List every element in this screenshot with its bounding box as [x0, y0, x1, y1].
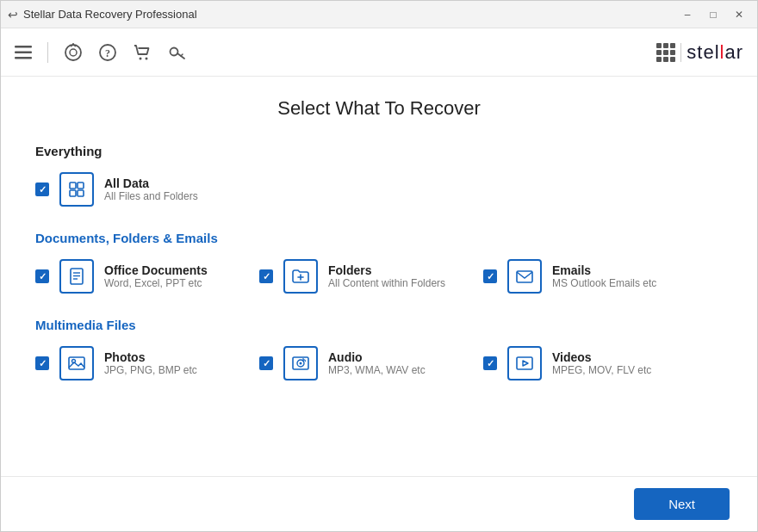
- section-title-documents: Documents, Folders & Emails: [35, 231, 723, 245]
- all-data-label: All Data: [104, 176, 198, 190]
- office-documents-text: Office Documents Word, Excel, PPT etc: [104, 263, 208, 289]
- list-item: Audio MP3, WMA, WAV etc: [259, 346, 449, 380]
- emails-label: Emails: [552, 263, 656, 277]
- help-icon[interactable]: ?: [98, 43, 117, 62]
- svg-point-10: [171, 47, 178, 55]
- svg-point-26: [300, 362, 302, 365]
- checkbox-folders[interactable]: [259, 269, 273, 283]
- svg-point-3: [65, 45, 81, 60]
- emails-sublabel: MS Outlook Emails etc: [552, 277, 656, 289]
- main-content: Select What To Recover Everything All: [1, 77, 757, 476]
- section-title-multimedia: Multimedia Files: [35, 318, 723, 332]
- close-button[interactable]: ✕: [728, 6, 750, 23]
- svg-rect-1: [15, 51, 32, 53]
- photos-sublabel: JPG, PNG, BMP etc: [104, 364, 197, 376]
- page-title: Select What To Recover: [35, 97, 723, 120]
- svg-point-9: [146, 57, 148, 59]
- audio-label: Audio: [328, 350, 426, 364]
- svg-rect-22: [69, 357, 84, 369]
- folders-icon: [283, 259, 318, 294]
- footer: Next: [1, 476, 757, 531]
- svg-rect-14: [78, 190, 84, 196]
- svg-text:?: ?: [105, 46, 110, 59]
- svg-rect-21: [517, 271, 532, 282]
- svg-rect-13: [70, 190, 76, 196]
- checkbox-office-documents[interactable]: [35, 269, 49, 283]
- list-item: Office Documents Word, Excel, PPT etc: [35, 259, 225, 294]
- section-documents: Documents, Folders & Emails Office Docum…: [35, 231, 723, 294]
- checkbox-icon[interactable]: [35, 356, 49, 370]
- videos-label: Videos: [552, 350, 651, 364]
- toolbar: ? stellar: [1, 28, 757, 77]
- checkbox-icon[interactable]: [483, 356, 497, 370]
- toolbar-divider: [47, 42, 48, 63]
- checkbox-icon[interactable]: [483, 269, 497, 283]
- checkbox-videos[interactable]: [483, 356, 497, 370]
- checkbox-all-data[interactable]: [35, 182, 49, 196]
- key-icon[interactable]: [167, 43, 186, 62]
- emails-text: Emails MS Outlook Emails etc: [552, 263, 656, 289]
- photos-icon: [59, 346, 94, 380]
- photos-text: Photos JPG, PNG, BMP etc: [104, 350, 197, 376]
- list-item: Emails MS Outlook Emails etc: [483, 259, 673, 294]
- all-data-text: All Data All Files and Folders: [104, 176, 198, 202]
- titlebar: ↩ Stellar Data Recovery Professional – □…: [1, 1, 757, 28]
- photos-label: Photos: [104, 350, 197, 364]
- emails-icon: [507, 259, 542, 294]
- svg-rect-2: [15, 57, 32, 59]
- section-multimedia: Multimedia Files Photos JPG, PNG, BMP et…: [35, 318, 723, 380]
- next-button[interactable]: Next: [634, 488, 730, 520]
- maximize-button[interactable]: □: [702, 6, 724, 23]
- svg-rect-11: [70, 182, 76, 189]
- office-documents-label: Office Documents: [104, 263, 208, 277]
- office-documents-icon: [59, 259, 94, 294]
- apps-grid-icon: [656, 43, 675, 62]
- videos-icon: [507, 346, 542, 380]
- svg-marker-29: [523, 361, 528, 366]
- folders-sublabel: All Content within Folders: [328, 277, 445, 289]
- menu-icon[interactable]: [15, 46, 32, 59]
- section-everything: Everything All Data All Files and Fold: [35, 144, 723, 207]
- folders-label: Folders: [328, 263, 445, 277]
- documents-items: Office Documents Word, Excel, PPT etc F: [35, 259, 723, 294]
- svg-point-4: [70, 49, 77, 56]
- checkbox-icon[interactable]: [35, 182, 49, 196]
- checkbox-emails[interactable]: [483, 269, 497, 283]
- titlebar-controls: – □ ✕: [676, 6, 750, 23]
- folders-text: Folders All Content within Folders: [328, 263, 445, 289]
- everything-items: All Data All Files and Folders: [35, 172, 723, 207]
- checkbox-icon[interactable]: [259, 356, 273, 370]
- svg-rect-28: [517, 357, 532, 369]
- videos-text: Videos MPEG, MOV, FLV etc: [552, 350, 651, 376]
- multimedia-items: Photos JPG, PNG, BMP etc: [35, 346, 723, 380]
- all-data-sublabel: All Files and Folders: [104, 190, 198, 202]
- audio-text: Audio MP3, WMA, WAV etc: [328, 350, 426, 376]
- minimize-button[interactable]: –: [676, 6, 699, 23]
- toolbar-left: ?: [15, 42, 186, 63]
- back-icon: ↩: [8, 8, 18, 22]
- office-documents-sublabel: Word, Excel, PPT etc: [104, 277, 208, 289]
- checkbox-icon[interactable]: [35, 269, 49, 283]
- svg-rect-12: [78, 182, 84, 189]
- section-title-everything: Everything: [35, 144, 723, 158]
- audio-icon: [283, 346, 318, 380]
- list-item: Folders All Content within Folders: [259, 259, 449, 294]
- cart-icon[interactable]: [133, 43, 152, 62]
- stellar-logo: stellar: [656, 41, 743, 64]
- logo-divider: [680, 43, 681, 62]
- svg-point-8: [140, 57, 142, 59]
- videos-sublabel: MPEG, MOV, FLV etc: [552, 364, 651, 376]
- titlebar-title: Stellar Data Recovery Professional: [23, 8, 197, 21]
- all-data-icon: [59, 172, 94, 207]
- audio-sublabel: MP3, WMA, WAV etc: [328, 364, 426, 376]
- checkbox-photos[interactable]: [35, 356, 49, 370]
- list-item: Videos MPEG, MOV, FLV etc: [483, 346, 673, 380]
- history-icon[interactable]: [64, 43, 83, 62]
- list-item: All Data All Files and Folders: [35, 172, 225, 207]
- titlebar-left: ↩ Stellar Data Recovery Professional: [8, 8, 197, 22]
- checkbox-icon[interactable]: [259, 269, 273, 283]
- svg-rect-0: [15, 46, 32, 48]
- list-item: Photos JPG, PNG, BMP etc: [35, 346, 225, 380]
- checkbox-audio[interactable]: [259, 356, 273, 370]
- stellar-brand-text: stellar: [687, 41, 743, 64]
